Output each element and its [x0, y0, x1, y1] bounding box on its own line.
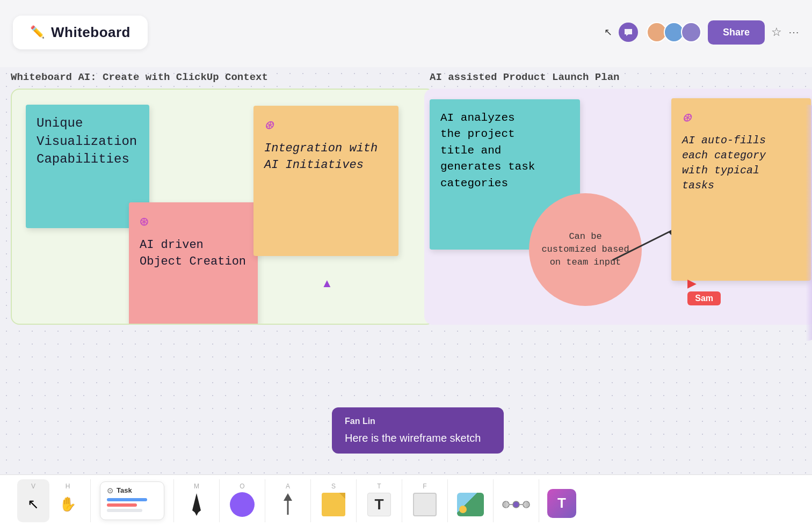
ai-icon: ⊛: [264, 115, 388, 136]
pen-tool[interactable]: M: [180, 479, 213, 522]
tool-section-text: T T: [357, 479, 402, 522]
ai-icon: ⊛: [140, 212, 247, 233]
star-icon[interactable]: ☆: [771, 25, 782, 39]
check-icon: ⊙: [107, 486, 113, 495]
sticky-text: AI auto-fillseach categorywith typicalta…: [682, 134, 766, 192]
sticky-text: UniqueVisualizationCapabilities: [37, 116, 137, 166]
tool-section-pen: M: [174, 479, 220, 522]
text-icon: T: [367, 493, 391, 516]
tool-key-t: T: [377, 483, 381, 490]
task-tool[interactable]: ⊙ Task: [97, 479, 167, 522]
cursor-tool-icon: ↖: [604, 26, 612, 38]
tool-key-a: A: [286, 483, 290, 490]
tool-key-m: M: [194, 483, 199, 490]
ai-tool[interactable]: T: [546, 479, 578, 522]
tool-section-frame: F: [402, 479, 448, 522]
right-section-label: AI assisted Product Launch Plan: [430, 71, 619, 83]
svg-marker-5: [284, 493, 292, 501]
left-board: UniqueVisualizationCapabilities ⊛ AI dri…: [11, 89, 435, 325]
page-title: Whiteboard: [51, 24, 130, 41]
sticky-icon: [322, 493, 345, 516]
shape-tool[interactable]: O: [226, 479, 258, 522]
tooltip-box: Fan Lin Here is the wireframe sketch: [332, 407, 504, 454]
frame-tool[interactable]: F: [409, 479, 441, 522]
sticky-tool[interactable]: S: [317, 479, 350, 522]
tool-section-sticky: S: [311, 479, 357, 522]
more-icon[interactable]: ⋯: [788, 26, 799, 39]
arrow-tool[interactable]: A: [272, 479, 304, 522]
tool-key-v: V: [31, 483, 35, 490]
svg-marker-2: [192, 493, 201, 514]
task-card-title: ⊙ Task: [107, 486, 157, 495]
header-right: ↖ Share ☆ ⋯: [604, 20, 799, 45]
sticky-text: AI analyzesthe projecttitle andgenerates…: [440, 112, 535, 189]
tool-section-select: V ↖ H ✋: [11, 479, 91, 522]
whiteboard-icon: ✏️: [30, 25, 45, 39]
edge-hint: [806, 105, 812, 341]
title-box: ✏️ Whiteboard: [13, 16, 148, 49]
tool-section-shape: O: [220, 479, 265, 522]
tool-key-f: F: [423, 483, 426, 490]
task-line-1: [107, 498, 147, 501]
tooltip: Fan Lin Here is the wireframe sketch: [332, 407, 504, 454]
chat-icon[interactable]: [619, 23, 638, 42]
canvas[interactable]: Whiteboard AI: Create with ClickUp Conte…: [0, 67, 812, 483]
sticky-text: AI drivenObject Creation: [140, 238, 246, 268]
share-button[interactable]: Share: [708, 20, 765, 45]
right-board: AI analyzesthe projecttitle andgenerates…: [424, 89, 812, 325]
tool-section-image: [448, 479, 494, 522]
select-tool[interactable]: V ↖: [17, 479, 49, 522]
tool-key-s: S: [331, 483, 336, 490]
avatar: [681, 22, 701, 42]
frame-icon: [413, 493, 437, 516]
hand-icon: ✋: [59, 496, 76, 513]
sam-arrow-icon: ▶: [687, 276, 721, 290]
svg-marker-3: [194, 512, 199, 516]
tooltip-message: Here is the wireframe sketch: [345, 430, 491, 446]
ai-icon: ⊛: [682, 108, 800, 129]
tooltip-user: Fan Lin: [345, 415, 491, 428]
image-icon: [457, 493, 484, 516]
task-label: Task: [117, 486, 132, 494]
tool-section-arrow: A: [265, 479, 311, 522]
task-line-2: [107, 503, 137, 507]
arrow-icon: [278, 492, 298, 517]
pen-icon: [187, 492, 206, 517]
connector-icon: [502, 492, 531, 517]
text-tool[interactable]: T T: [363, 479, 395, 522]
oval-icon: [230, 492, 255, 517]
connector-tool[interactable]: [500, 479, 532, 522]
tool-section-ai: T: [539, 479, 584, 522]
sam-label: Sam: [687, 291, 721, 305]
sam-cursor: ▶ Sam: [687, 276, 721, 305]
sticky-note-ai-driven[interactable]: ⊛ AI drivenObject Creation: [129, 202, 258, 325]
tool-key-o: O: [240, 483, 244, 490]
image-tool[interactable]: [454, 479, 487, 522]
tool-section-connector: [494, 479, 539, 522]
left-section-label: Whiteboard AI: Create with ClickUp Conte…: [11, 71, 268, 83]
svg-line-0: [612, 228, 677, 260]
header: ✏️ Whiteboard ↖ Share ☆ ⋯: [0, 0, 812, 64]
tool-key-h: H: [66, 483, 70, 490]
ai-tool-icon: T: [547, 489, 576, 518]
fan-lin-cursor: ▲: [321, 276, 333, 290]
sticky-note-integration[interactable]: ⊛ Integration withAI Initiatives: [253, 106, 398, 256]
sticky-text: Integration withAI Initiatives: [264, 142, 378, 172]
task-line-3: [107, 509, 142, 512]
hand-tool[interactable]: H ✋: [52, 479, 84, 522]
toolbar: V ↖ H ✋ ⊙ Task M: [0, 474, 812, 526]
task-card-preview: ⊙ Task: [100, 481, 164, 520]
avatars-group: [647, 22, 701, 42]
cursor-icon: ↖: [27, 496, 39, 513]
tool-section-task: ⊙ Task: [91, 479, 174, 522]
sticky-note-ai-autofills[interactable]: ⊛ AI auto-fillseach categorywith typical…: [671, 98, 811, 281]
svg-point-7: [513, 501, 519, 508]
